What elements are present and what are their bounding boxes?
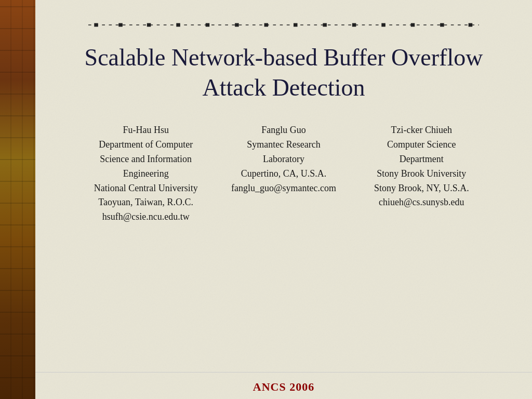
svg-rect-11 bbox=[381, 23, 385, 27]
svg-rect-13 bbox=[440, 23, 444, 27]
author-column-2: Fanglu Guo Symantec Research Laboratory … bbox=[215, 123, 352, 224]
svg-rect-10 bbox=[352, 23, 356, 27]
divider-line bbox=[66, 21, 501, 27]
author-column-1: Fu-Hau Hsu Department of Computer Scienc… bbox=[77, 123, 215, 224]
affiliation-2-line-4: fanglu_guo@symantec.com bbox=[215, 181, 352, 196]
affiliation-3-line-1: Computer Science bbox=[353, 138, 490, 152]
svg-rect-6 bbox=[235, 23, 239, 27]
affiliation-3-line-2: Department bbox=[353, 152, 490, 167]
svg-rect-4 bbox=[176, 23, 180, 27]
authors-section: Fu-Hau Hsu Department of Computer Scienc… bbox=[66, 123, 501, 224]
svg-rect-14 bbox=[468, 23, 472, 27]
svg-rect-9 bbox=[323, 23, 327, 27]
svg-rect-12 bbox=[411, 23, 415, 27]
affiliation-1-line-2: Science and Information bbox=[77, 152, 215, 167]
svg-rect-8 bbox=[294, 23, 298, 27]
main-content: Scalable Network-based Buffer Overflow A… bbox=[35, 0, 532, 399]
dashed-rule bbox=[88, 21, 479, 27]
affiliation-2-line-1: Symantec Research bbox=[215, 138, 352, 152]
svg-rect-1 bbox=[94, 23, 98, 27]
svg-rect-5 bbox=[206, 23, 210, 27]
svg-rect-2 bbox=[118, 23, 123, 27]
conference-label: ANCS 2006 bbox=[35, 380, 532, 394]
svg-rect-7 bbox=[264, 23, 268, 27]
affiliation-3-line-4: Stony Brook, NY, U.S.A. bbox=[353, 181, 490, 196]
affiliation-2-line-2: Laboratory bbox=[215, 152, 352, 167]
affiliation-2-line-3: Cupertino, CA, U.S.A. bbox=[215, 167, 352, 181]
main-title: Scalable Network-based Buffer Overflow A… bbox=[85, 43, 483, 102]
top-section: Scalable Network-based Buffer Overflow A… bbox=[35, 0, 532, 372]
title-block: Scalable Network-based Buffer Overflow A… bbox=[85, 43, 483, 102]
affiliation-3-line-3: Stony Brook University bbox=[353, 167, 490, 181]
affiliation-1-line-1: Department of Computer bbox=[77, 138, 215, 152]
affiliation-1-line-5: Taoyuan, Taiwan, R.O.C. bbox=[77, 195, 215, 210]
decorative-sidebar bbox=[0, 0, 35, 399]
bottom-section: ANCS 2006 bbox=[35, 372, 532, 399]
author-column-3: Tzi-cker Chiueh Computer Science Departm… bbox=[353, 123, 490, 224]
author-name-2: Fanglu Guo bbox=[215, 123, 352, 138]
affiliation-3-line-5: chiueh@cs.sunysb.edu bbox=[353, 195, 490, 210]
svg-rect-3 bbox=[147, 23, 151, 27]
author-name-1: Fu-Hau Hsu bbox=[77, 123, 215, 138]
author-name-3: Tzi-cker Chiueh bbox=[353, 123, 490, 138]
affiliation-1-line-4: National Central University bbox=[77, 181, 215, 196]
affiliation-1-line-6: hsufh@csie.ncu.edu.tw bbox=[77, 210, 215, 224]
affiliation-1-line-3: Engineering bbox=[77, 167, 215, 181]
